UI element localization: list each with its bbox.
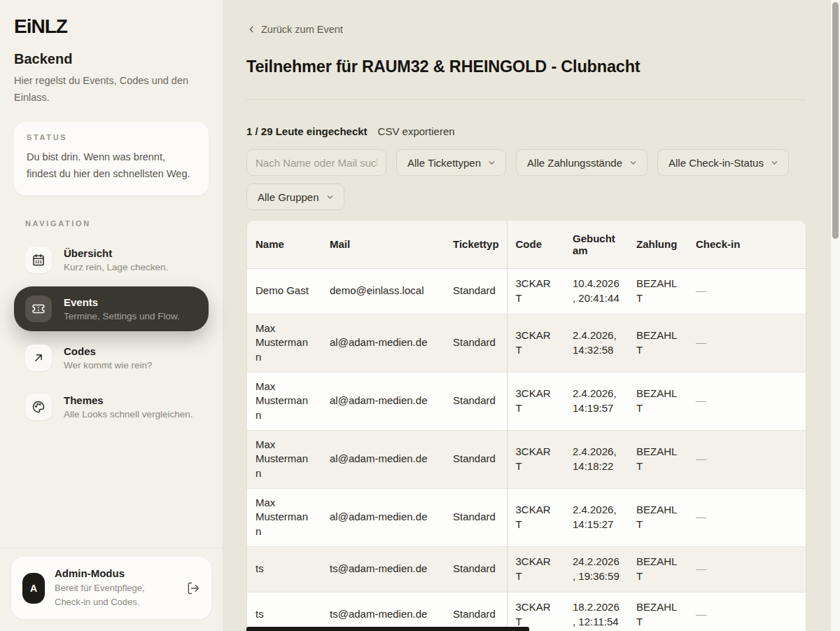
header-divider	[246, 99, 806, 100]
cell-checkin: —	[687, 488, 806, 546]
cell-name: Max Mustermann	[247, 488, 321, 546]
table-row[interactable]: Max Mustermann al@adam-medien.de Standar…	[247, 488, 806, 546]
admin-mode-subtitle: Bereit für Eventpflege, Check-in und Cod…	[55, 581, 174, 609]
cell-zahlung: BEZAHLT	[628, 268, 687, 314]
table-row[interactable]: Demo Gast demo@einlass.local Standard 3C…	[247, 268, 806, 314]
group-filter-value: Alle Gruppen	[258, 191, 319, 203]
cell-gebucht-am: 2.4.2026, 14:18:22	[564, 430, 628, 488]
cell-code: 3CKART	[507, 314, 564, 372]
vertical-scrollbar[interactable]	[831, 0, 840, 631]
nav-item-label: Themes	[64, 394, 193, 406]
group-filter[interactable]: Alle Gruppen	[246, 183, 344, 210]
table-row[interactable]: ts ts@adam-medien.de Standard 3CKART 18.…	[247, 592, 806, 631]
cell-checkin: —	[687, 546, 806, 592]
cell-name: Max Mustermann	[247, 314, 321, 372]
table-row[interactable]: Max Mustermann al@adam-medien.de Standar…	[247, 430, 806, 488]
cell-code: 3CKART	[507, 372, 564, 430]
cell-checkin: —	[687, 268, 806, 314]
ticket-icon	[25, 296, 52, 322]
cell-gebucht-am: 10.4.2026, 20:41:44	[564, 268, 628, 314]
palette-icon	[25, 394, 52, 420]
chevron-left-icon	[246, 25, 256, 34]
cell-tickettyp: Standard	[444, 546, 507, 592]
chevron-down-icon	[770, 158, 779, 167]
cell-checkin: —	[687, 430, 806, 488]
app-window: EiNLZ Backend Hier regelst du Events, Co…	[0, 0, 840, 631]
table-row[interactable]: Max Mustermann al@adam-medien.de Standar…	[247, 314, 806, 372]
cell-mail: ts@adam-medien.de	[321, 592, 444, 631]
cell-code: 3CKART	[507, 430, 564, 488]
cell-tickettyp: Standard	[444, 314, 507, 372]
table-row[interactable]: Max Mustermann al@adam-medien.de Standar…	[247, 372, 806, 430]
cell-tickettyp: Standard	[444, 268, 507, 314]
payment-state-filter-value: Alle Zahlungsstände	[527, 157, 622, 169]
search-input[interactable]	[246, 149, 386, 176]
column-header-mail: Mail	[321, 221, 444, 268]
cell-gebucht-am: 24.2.2026, 19:36:59	[564, 546, 628, 592]
page-title: Teilnehmer für RAUM32 & RHEINGOLD - Club…	[246, 57, 840, 76]
avatar: A	[22, 573, 45, 604]
column-header-code: Code	[507, 221, 564, 268]
cell-tickettyp: Standard	[444, 488, 507, 546]
status-text: Du bist drin. Wenn was brennt, findest d…	[27, 148, 196, 183]
sidebar-title: Backend	[14, 51, 209, 67]
cell-zahlung: BEZAHLT	[628, 592, 687, 631]
cell-zahlung: BEZAHLT	[628, 430, 687, 488]
back-link-label: Zurück zum Event	[261, 24, 343, 35]
cell-zahlung: BEZAHLT	[628, 314, 687, 372]
tickettype-filter[interactable]: Alle Tickettypen	[396, 149, 506, 176]
cell-tickettyp: Standard	[444, 372, 507, 430]
payment-state-filter[interactable]: Alle Zahlungsstände	[516, 149, 648, 176]
sidebar-item-themes[interactable]: Themes Alle Looks schnell vergleichen.	[14, 384, 209, 429]
status-card: STATUS Du bist drin. Wenn was brennt, fi…	[14, 122, 209, 195]
horizontal-scrollbar-thumb[interactable]	[246, 627, 529, 631]
tickettype-filter-value: Alle Tickettypen	[407, 157, 481, 169]
cell-name: ts	[247, 592, 321, 631]
chevron-down-icon	[326, 193, 335, 202]
participants-table: Name Mail Tickettyp Code Gebucht am Zahl…	[246, 220, 806, 631]
column-header-checkin: Check-in	[687, 221, 806, 268]
sidebar-item-events[interactable]: Events Termine, Settings und Flow.	[14, 286, 209, 331]
column-header-tickettyp: Tickettyp	[444, 221, 507, 268]
csv-export-button[interactable]: CSV exportieren	[378, 125, 455, 137]
chevron-down-icon	[487, 158, 496, 167]
nav-item-label: Codes	[64, 345, 153, 357]
navigation-label: NAVIGATION	[25, 219, 209, 228]
nav-item-sublabel: Wer kommt wie rein?	[64, 360, 153, 370]
nav-item-label: Übersicht	[64, 247, 168, 259]
sidebar-item-uebersicht[interactable]: Übersicht Kurz rein, Lage checken.	[14, 237, 209, 282]
checkin-status-filter[interactable]: Alle Check-in-Status	[657, 149, 789, 176]
column-header-gebucht-am: Gebucht am	[564, 221, 628, 268]
cell-gebucht-am: 18.2.2026, 12:11:54	[564, 592, 628, 631]
sidebar: EiNLZ Backend Hier regelst du Events, Co…	[0, 0, 223, 631]
cell-mail: al@adam-medien.de	[321, 314, 444, 372]
cell-checkin: —	[687, 372, 806, 430]
column-header-name: Name	[247, 221, 321, 268]
back-to-event-link[interactable]: Zurück zum Event	[246, 24, 343, 35]
vertical-scrollbar-thumb[interactable]	[832, 2, 839, 239]
cell-tickettyp: Standard	[444, 592, 507, 631]
cell-zahlung: BEZAHLT	[628, 546, 687, 592]
cell-code: 3CKART	[507, 592, 564, 631]
cell-checkin: —	[687, 314, 806, 372]
calendar-icon	[25, 247, 52, 273]
logout-icon[interactable]	[186, 581, 200, 595]
nav-item-label: Events	[64, 296, 180, 308]
table-header: Name Mail Tickettyp Code Gebucht am Zahl…	[247, 221, 806, 268]
chevron-down-icon	[629, 158, 638, 167]
cell-gebucht-am: 2.4.2026, 14:19:57	[564, 372, 628, 430]
checkin-status-filter-value: Alle Check-in-Status	[668, 157, 764, 169]
cell-mail: demo@einlass.local	[321, 268, 444, 314]
cell-zahlung: BEZAHLT	[628, 372, 687, 430]
column-header-zahlung: Zahlung	[628, 221, 687, 268]
app-logo: EiNLZ	[14, 15, 209, 38]
cell-tickettyp: Standard	[444, 430, 507, 488]
sidebar-item-codes[interactable]: Codes Wer kommt wie rein?	[14, 335, 209, 380]
nav-item-sublabel: Alle Looks schnell vergleichen.	[64, 409, 193, 419]
table-row[interactable]: ts ts@adam-medien.de Standard 3CKART 24.…	[247, 546, 806, 592]
cell-code: 3CKART	[507, 268, 564, 314]
stats-row: 1 / 29 Leute eingecheckt CSV exportieren	[246, 125, 840, 137]
filter-bar: Alle Tickettypen Alle Zahlungsstände All…	[246, 149, 820, 210]
checkin-count: 1 / 29 Leute eingecheckt	[246, 125, 368, 137]
cell-name: Max Mustermann	[247, 430, 321, 488]
